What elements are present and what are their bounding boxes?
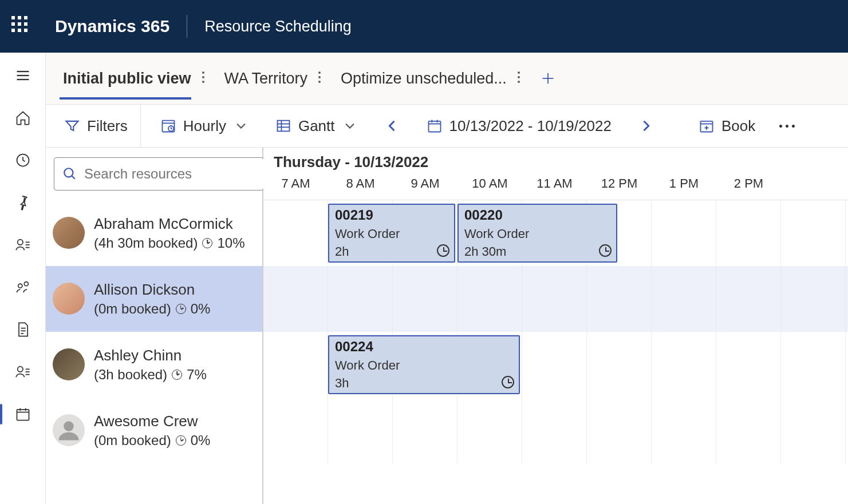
hour-label: 10 AM — [457, 176, 522, 191]
resource-meta: (0m booked) 0% — [94, 301, 210, 317]
resource-panel: Abraham McCormick (4h 30m booked) 10% Al… — [46, 148, 263, 504]
gantt-header: Thursday - 10/13/2022 7 AM 8 AM 9 AM 10 … — [263, 148, 848, 200]
booking-id: 00219 — [335, 207, 448, 223]
hour-label: 9 AM — [393, 176, 457, 191]
schedule-board-icon[interactable] — [10, 402, 36, 427]
search-resources-input[interactable] — [54, 157, 264, 191]
tab-label: Initial public view — [63, 70, 191, 88]
svg-point-28 — [518, 76, 520, 78]
svg-point-8 — [18, 284, 22, 288]
booking-card[interactable]: 00220 Work Order 2h 30m — [457, 204, 617, 263]
contacts-icon[interactable] — [10, 232, 36, 257]
clock-icon — [202, 238, 212, 248]
tab-label: WA Territory — [224, 70, 308, 88]
booking-id: 00220 — [464, 207, 610, 223]
avatar — [53, 283, 85, 315]
recent-icon[interactable] — [10, 148, 36, 173]
gantt-row[interactable] — [263, 398, 848, 463]
booking-card[interactable]: 00224 Work Order 3h — [328, 335, 520, 394]
prev-period-button[interactable] — [377, 113, 407, 138]
booking-card[interactable]: 00219 Work Order 2h — [328, 204, 455, 263]
gantt-rows: 00219 Work Order 2h 00220 Work Order 2h … — [263, 200, 848, 463]
gantt-row[interactable]: 00224 Work Order 3h — [263, 332, 848, 398]
tab-optimize-unscheduled[interactable]: Optimize unscheduled... — [337, 53, 526, 104]
hamburger-icon[interactable] — [10, 63, 36, 88]
clock-icon — [599, 244, 612, 257]
resource-row[interactable]: Awesome Crew (0m booked) 0% — [46, 398, 262, 463]
date-range-picker[interactable]: 10/13/2022 - 10/19/2022 — [420, 113, 618, 140]
hour-label: 11 AM — [522, 176, 587, 191]
resource-row[interactable]: Abraham McCormick (4h 30m booked) 10% — [46, 200, 262, 266]
header-divider — [187, 15, 187, 38]
tab-label: Optimize unscheduled... — [341, 70, 507, 88]
pin-icon[interactable] — [10, 190, 36, 215]
resource-meta: (4h 30m booked) 10% — [94, 235, 245, 251]
tab-initial-public-view[interactable]: Initial public view — [60, 53, 211, 104]
svg-point-25 — [318, 76, 321, 78]
clock-icon — [437, 244, 449, 257]
resource-search-row — [46, 148, 262, 200]
svg-point-9 — [24, 282, 28, 286]
svg-point-24 — [318, 72, 321, 74]
team-icon[interactable] — [10, 275, 36, 300]
resource-row[interactable]: Allison Dickson (0m booked) 0% — [46, 266, 262, 332]
svg-point-26 — [318, 81, 321, 83]
svg-line-48 — [72, 176, 74, 178]
schedule-toolbar: Filters Hourly Gantt 10/13/2022 - 10/19/… — [46, 104, 848, 148]
svg-point-23 — [202, 81, 204, 83]
schedule-tabs: Initial public view WA Territory Optimiz… — [46, 53, 848, 104]
main-content: Initial public view WA Territory Optimiz… — [46, 53, 848, 504]
svg-point-21 — [202, 72, 204, 74]
resource-row[interactable]: Ashley Chinn (3h booked) 7% — [46, 332, 262, 398]
hour-label: 1 PM — [652, 176, 716, 191]
resource-name: Allison Dickson — [94, 281, 210, 299]
search-field[interactable] — [84, 166, 255, 182]
hour-label: 2 PM — [716, 176, 781, 191]
chevron-down-icon — [233, 118, 249, 134]
chevron-down-icon — [342, 118, 358, 134]
svg-point-4 — [17, 240, 22, 245]
gantt-date-header: Thursday - 10/13/2022 — [263, 148, 848, 171]
view-mode-label: Hourly — [183, 117, 226, 135]
clock-icon — [172, 370, 182, 380]
app-launcher-icon[interactable] — [11, 16, 32, 37]
tab-more-icon[interactable] — [514, 66, 523, 91]
book-label: Book — [721, 117, 755, 135]
booking-duration: 3h — [335, 376, 513, 391]
document-icon[interactable] — [10, 317, 36, 342]
hour-labels: 7 AM 8 AM 9 AM 10 AM 11 AM 12 PM 1 PM 2 … — [263, 176, 848, 191]
booking-type: Work Order — [335, 227, 448, 241]
contacts-list-icon[interactable] — [10, 359, 36, 384]
hour-label: 7 AM — [263, 176, 328, 191]
add-tab-button[interactable] — [537, 67, 559, 90]
avatar — [53, 348, 85, 380]
tab-more-icon[interactable] — [314, 66, 324, 91]
calendar-plus-icon — [699, 118, 715, 134]
svg-rect-35 — [277, 121, 289, 132]
avatar — [53, 217, 85, 249]
booking-type: Work Order — [464, 227, 610, 241]
hour-label: 8 AM — [328, 176, 393, 191]
home-icon[interactable] — [10, 105, 36, 130]
app-header: Dynamics 365 Resource Scheduling — [0, 0, 848, 53]
tab-more-icon[interactable] — [198, 66, 207, 91]
next-period-button[interactable] — [631, 113, 661, 138]
view-mode-dropdown[interactable]: Hourly — [153, 113, 256, 140]
booking-id: 00224 — [335, 339, 513, 355]
svg-point-13 — [17, 367, 22, 372]
booking-type: Work Order — [335, 358, 513, 373]
gantt-row[interactable] — [263, 266, 848, 332]
module-name: Resource Scheduling — [204, 18, 352, 35]
clock-icon — [176, 435, 186, 446]
date-range-text: 10/13/2022 - 10/19/2022 — [449, 117, 612, 135]
gantt-row[interactable]: 00219 Work Order 2h 00220 Work Order 2h … — [263, 200, 848, 266]
filters-button[interactable]: Filters — [57, 105, 141, 147]
clock-icon — [176, 304, 186, 314]
left-nav-rail — [0, 53, 46, 504]
booking-duration: 2h 30m — [464, 244, 610, 259]
avatar — [53, 414, 85, 446]
tab-wa-territory[interactable]: WA Territory — [221, 53, 328, 104]
layout-mode-dropdown[interactable]: Gantt — [269, 113, 365, 140]
book-button[interactable]: Book — [692, 113, 762, 140]
more-commands-button[interactable] — [775, 120, 799, 132]
